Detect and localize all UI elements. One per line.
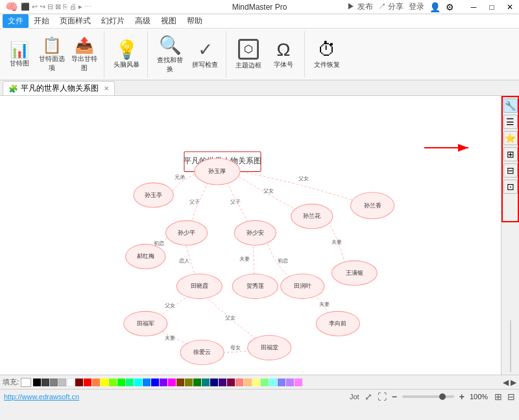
color-gray[interactable] <box>50 379 58 386</box>
svg-text:初恋: 初恋 <box>278 258 288 264</box>
jot-label: Jot <box>350 393 359 401</box>
color-lightblue[interactable] <box>278 379 285 386</box>
color-red[interactable] <box>84 379 91 386</box>
color-olive[interactable] <box>185 379 193 386</box>
app-title: MindMaster Pro <box>232 3 287 12</box>
minimize-button[interactable]: ─ <box>465 0 483 14</box>
color-navy[interactable] <box>210 379 218 386</box>
login-button[interactable]: 登录 <box>409 1 424 12</box>
svg-text:田润叶: 田润叶 <box>294 282 311 289</box>
svg-text:贺秀莲: 贺秀莲 <box>247 282 264 289</box>
color-skyblue[interactable] <box>143 379 151 386</box>
menu-view[interactable]: 视图 <box>156 14 182 28</box>
tool-grid-button[interactable]: ☰ <box>503 115 518 129</box>
grid-view-icon[interactable]: ⊞ <box>494 391 502 402</box>
tool-collapse-button[interactable]: ⊟ <box>503 163 518 178</box>
color-white[interactable] <box>67 379 75 386</box>
brainstorm-button[interactable]: 💡 头脑风暴 <box>110 38 143 71</box>
find-replace-button[interactable]: 🔍 查找和替换 <box>153 33 187 75</box>
color-lime[interactable] <box>109 379 117 386</box>
tool-wrench-button[interactable]: 🔧 <box>503 99 518 113</box>
svg-text:孙少平: 孙少平 <box>178 229 195 236</box>
menu-slides[interactable]: 幻灯片 <box>96 14 130 28</box>
tab-close-icon[interactable]: ✕ <box>104 85 109 92</box>
svg-text:父女: 父女 <box>225 315 235 321</box>
user-icon[interactable]: 👤 <box>429 2 441 12</box>
color-black[interactable] <box>33 379 41 386</box>
spell-check-button[interactable]: ✓ 拼写检查 <box>188 38 222 71</box>
svg-text:父女: 父女 <box>298 176 309 181</box>
zoom-level: 100% <box>470 393 489 401</box>
svg-text:田福军: 田福军 <box>137 320 154 327</box>
color-lightcyan[interactable] <box>269 379 277 386</box>
svg-text:夫妻: 夫妻 <box>332 239 342 245</box>
color-blue[interactable] <box>151 379 159 386</box>
svg-text:孙少安: 孙少安 <box>247 229 264 236</box>
maximize-button[interactable]: □ <box>483 0 501 14</box>
svg-text:田晓霞: 田晓霞 <box>191 282 208 289</box>
color-teal-light[interactable] <box>126 379 134 386</box>
color-orange[interactable] <box>92 379 100 386</box>
color-cyan[interactable] <box>134 379 142 386</box>
color-purple[interactable] <box>160 379 167 386</box>
color-yellow[interactable] <box>101 379 108 386</box>
svg-text:母女: 母女 <box>230 345 241 351</box>
canvas-area: 平凡的世界人物关系图 兄弟 父子 父子 父女 父女 初恋 恋人 <box>0 96 501 375</box>
color-darkgray[interactable] <box>42 379 49 386</box>
fit-page-icon[interactable]: ⤢ <box>365 391 372 402</box>
color-darkgreen[interactable] <box>193 379 201 386</box>
color-lightgray[interactable] <box>58 379 66 386</box>
close-button[interactable]: ✕ <box>501 0 519 14</box>
zoom-out-button[interactable]: − <box>392 391 397 402</box>
export-gantt-button[interactable]: 📤 导出甘特图 <box>69 35 100 74</box>
svg-text:恋人: 恋人 <box>178 258 189 264</box>
tool-panel-button[interactable]: ⊡ <box>503 180 518 194</box>
website-link[interactable]: http://www.edrawsoft.cn <box>4 393 79 401</box>
color-darkred[interactable] <box>75 379 83 386</box>
svg-text:夫妻: 夫妻 <box>319 301 330 307</box>
file-recovery-button[interactable]: ⏱ 文件恢复 <box>310 38 344 71</box>
color-magenta[interactable] <box>168 379 176 386</box>
svg-text:王满银: 王满银 <box>346 269 363 276</box>
svg-text:李向前: 李向前 <box>329 320 346 327</box>
tool-expand-button[interactable]: ⊞ <box>503 147 518 161</box>
tool-star-button[interactable]: ⭐ <box>503 131 518 145</box>
svg-text:父女: 父女 <box>165 303 175 309</box>
color-indigo[interactable] <box>219 379 226 386</box>
list-view-icon[interactable]: ⊟ <box>507 391 515 402</box>
fullscreen-icon[interactable]: ⛶ <box>378 391 387 402</box>
menu-advanced[interactable]: 高级 <box>130 14 156 28</box>
document-tab[interactable]: 🧩 平凡的世界人物关系图 ✕ <box>3 81 115 95</box>
color-lightpink[interactable] <box>295 379 302 386</box>
fill-label: 填充: <box>3 377 19 387</box>
color-wine[interactable] <box>227 379 235 386</box>
color-teal[interactable] <box>202 379 210 386</box>
zoom-slider[interactable] <box>402 395 454 398</box>
gantt-chart-button[interactable]: 📊 甘特图 <box>4 40 35 69</box>
zoom-in-button[interactable]: + <box>459 391 465 402</box>
color-lightyellow[interactable] <box>252 379 260 386</box>
tab-label: 平凡的世界人物关系图 <box>21 83 99 94</box>
scroll-left-icon[interactable]: ◀ <box>503 378 509 387</box>
color-lavender[interactable] <box>286 379 294 386</box>
menu-page-style[interactable]: 页面样式 <box>54 14 96 28</box>
scroll-right-icon[interactable]: ▶ <box>511 378 516 387</box>
menu-start[interactable]: 开始 <box>29 14 54 28</box>
settings-icon[interactable]: ⚙ <box>446 2 454 12</box>
svg-text:徐爱云: 徐爱云 <box>193 348 211 355</box>
publish-button[interactable]: ▶ 发布 <box>347 1 372 12</box>
gantt-options-button[interactable]: 📋 甘特面选项 <box>36 35 67 74</box>
color-lightgreen[interactable] <box>261 379 269 386</box>
svg-text:父子: 父子 <box>189 199 200 205</box>
color-brown[interactable] <box>176 379 184 386</box>
menu-help[interactable]: 帮助 <box>182 14 208 28</box>
color-pink[interactable] <box>235 379 243 386</box>
menu-file[interactable]: 文件 <box>3 14 29 28</box>
theme-border-button[interactable]: ⬡ 主题边框 <box>232 38 265 71</box>
color-peach[interactable] <box>244 379 252 386</box>
share-button[interactable]: ↗ 分享 <box>378 1 404 12</box>
color-green[interactable] <box>117 379 125 386</box>
font-size-button[interactable]: Ω 字体号 <box>267 38 300 71</box>
svg-text:兄弟: 兄弟 <box>175 174 185 180</box>
svg-text:夫妻: 夫妻 <box>165 335 175 341</box>
